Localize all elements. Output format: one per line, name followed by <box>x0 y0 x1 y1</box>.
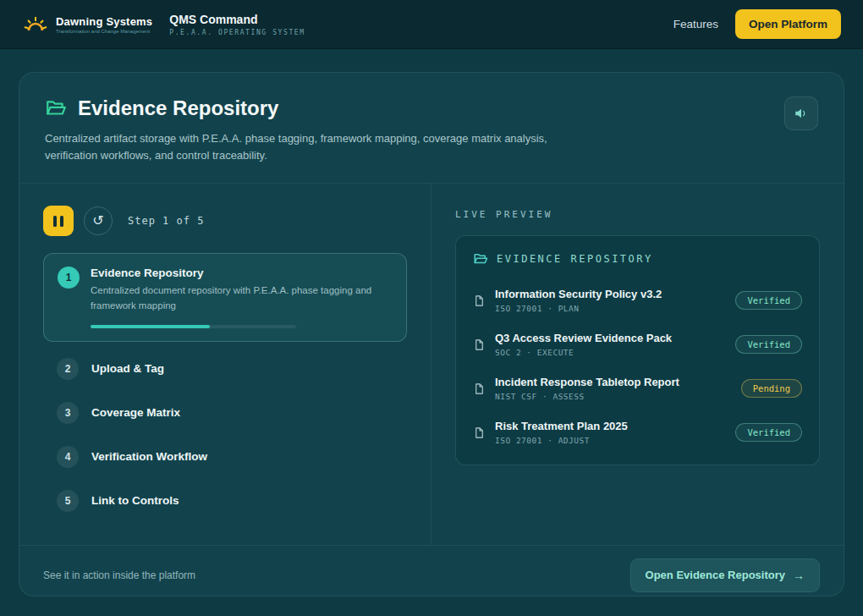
step-item-5[interactable]: 5 Link to Controls <box>43 479 407 523</box>
preview-item-meta: NIST CSF · ASSESS <box>495 392 732 401</box>
step-title: Verification Workflow <box>91 450 207 463</box>
step-title: Evidence Repository <box>91 267 393 279</box>
audio-button[interactable] <box>784 96 818 130</box>
open-platform-button[interactable]: Open Platform <box>735 9 841 39</box>
preview-panel-header: EVIDENCE REPOSITORY <box>473 251 802 267</box>
main-content: Evidence Repository Centralized artifact… <box>0 49 863 597</box>
preview-item-title: Risk Treatment Plan 2025 <box>495 420 726 432</box>
logo-tagline: Transformation and Change Management <box>56 29 152 34</box>
feature-heading-block: Evidence Repository Centralized artifact… <box>45 96 578 164</box>
navbar: Dawning Systems Transformation and Chang… <box>0 0 863 49</box>
open-evidence-repository-button[interactable]: Open Evidence Repository → <box>630 558 820 592</box>
preview-item: Information Security Policy v3.2 ISO 270… <box>473 278 802 322</box>
step-description: Centralized document repository with P.E… <box>91 283 393 313</box>
arrow-right-icon: → <box>793 569 805 582</box>
folder-icon <box>473 251 488 267</box>
status-badge: Verified <box>735 423 802 442</box>
step-item-4[interactable]: 4 Verification Workflow <box>43 435 407 479</box>
step-number: 5 <box>57 490 79 512</box>
preview-item-text: Q3 Access Review Evidence Pack SOC 2 · E… <box>495 332 726 357</box>
feature-description: Centralized artifact storage with P.E.A.… <box>45 130 578 164</box>
feature-card-header: Evidence Repository Centralized artifact… <box>19 73 844 183</box>
navbar-right: Features Open Platform <box>673 9 841 39</box>
features-link[interactable]: Features <box>673 18 718 30</box>
page-title: Evidence Repository <box>78 96 278 120</box>
preview-item-title: Incident Response Tabletop Report <box>495 376 732 388</box>
step-title: Link to Controls <box>91 494 179 507</box>
step-number: 4 <box>57 446 79 468</box>
logo-text: Dawning Systems Transformation and Chang… <box>56 15 152 34</box>
progress-bar <box>91 325 296 328</box>
preview-item-meta: ISO 27001 · PLAN <box>495 304 726 313</box>
step-status: Step 1 of 5 <box>128 215 204 227</box>
restart-button[interactable]: ↺ <box>84 206 113 235</box>
preview-item-meta: SOC 2 · EXECUTE <box>495 348 726 357</box>
status-badge: Verified <box>735 335 802 354</box>
app-title: QMS Command P.E.A.A. OPERATING SYSTEM <box>169 13 305 36</box>
progress-fill <box>91 325 210 328</box>
navbar-left: Dawning Systems Transformation and Chang… <box>22 13 305 36</box>
step-number: 1 <box>58 267 80 289</box>
preview-item-title: Q3 Access Review Evidence Pack <box>495 332 726 344</box>
feature-card: Evidence Repository Centralized artifact… <box>19 72 844 597</box>
preview-item: Risk Treatment Plan 2025 ISO 27001 · ADJ… <box>473 410 802 454</box>
document-icon <box>473 338 486 352</box>
live-preview-label: LIVE PREVIEW <box>455 209 820 220</box>
document-icon <box>473 426 486 440</box>
preview-item: Incident Response Tabletop Report NIST C… <box>473 366 802 410</box>
feature-card-body: ↺ Step 1 of 5 1 Evidence Repository Cent… <box>19 183 844 545</box>
open-folder-icon <box>45 97 67 119</box>
preview-panel-title: EVIDENCE REPOSITORY <box>497 253 653 265</box>
document-icon <box>473 382 486 396</box>
preview-item-text: Information Security Policy v3.2 ISO 270… <box>495 288 726 313</box>
live-preview-column: LIVE PREVIEW EVIDENCE REPOSITORY <box>432 184 844 545</box>
step-title: Coverage Matrix <box>91 406 180 419</box>
app-subtitle: P.E.A.A. OPERATING SYSTEM <box>169 29 305 36</box>
page: Dawning Systems Transformation and Chang… <box>0 0 863 597</box>
playback-controls: ↺ Step 1 of 5 <box>43 206 407 236</box>
footer-cta-label: Open Evidence Repository <box>646 569 785 581</box>
speaker-icon <box>794 106 809 121</box>
preview-item: Q3 Access Review Evidence Pack SOC 2 · E… <box>473 322 802 366</box>
restart-icon: ↺ <box>92 214 103 228</box>
step-number: 2 <box>57 358 79 380</box>
stepper-column: ↺ Step 1 of 5 1 Evidence Repository Cent… <box>19 184 432 545</box>
step-item-1[interactable]: 1 Evidence Repository Centralized docume… <box>43 253 407 342</box>
document-icon <box>473 294 486 308</box>
footer-hint: See it in action inside the platform <box>43 569 195 581</box>
preview-item-title: Information Security Policy v3.2 <box>495 288 726 300</box>
step-item-2[interactable]: 2 Upload & Tag <box>43 347 407 391</box>
feature-title-row: Evidence Repository <box>45 96 578 120</box>
pause-button[interactable] <box>43 206 74 236</box>
preview-item-text: Risk Treatment Plan 2025 ISO 27001 · ADJ… <box>495 420 726 445</box>
logo-name: Dawning Systems <box>56 15 152 28</box>
step-title: Upload & Tag <box>91 362 164 375</box>
status-badge: Verified <box>735 291 802 310</box>
pause-icon <box>53 216 57 227</box>
preview-item-text: Incident Response Tabletop Report NIST C… <box>495 376 732 401</box>
step-item-3[interactable]: 3 Coverage Matrix <box>43 391 407 435</box>
preview-item-meta: ISO 27001 · ADJUST <box>495 436 726 445</box>
step-number: 3 <box>57 402 79 424</box>
preview-panel: EVIDENCE REPOSITORY Information Security… <box>455 235 820 465</box>
sunrise-logo-icon <box>22 14 49 35</box>
feature-card-footer: See it in action inside the platform Ope… <box>19 545 844 597</box>
app-name: QMS Command <box>169 13 305 26</box>
status-badge: Pending <box>741 379 802 398</box>
step-body: Evidence Repository Centralized document… <box>91 267 393 328</box>
pause-icon <box>60 216 63 227</box>
logo[interactable]: Dawning Systems Transformation and Chang… <box>22 14 152 35</box>
